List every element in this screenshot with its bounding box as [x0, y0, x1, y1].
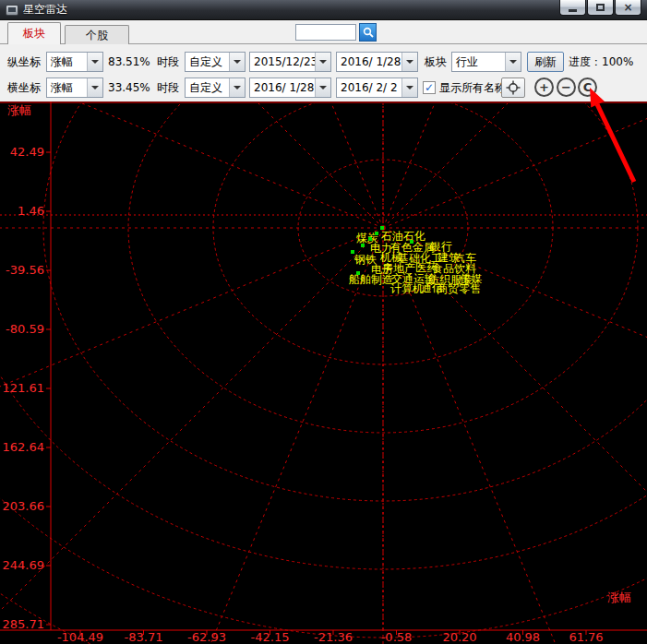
- zoom-in-button[interactable]: +: [534, 78, 554, 97]
- x-period-label: 时段: [157, 78, 179, 98]
- maximize-icon: [596, 4, 605, 11]
- y-tick-label: 162.64: [3, 440, 45, 454]
- plus-icon: +: [539, 81, 549, 93]
- y-tick-label: 244.69: [3, 558, 45, 572]
- dropdown-arrow-icon[interactable]: [401, 53, 417, 71]
- refresh-button[interactable]: 刷新: [527, 52, 564, 72]
- show-names-label: 显示所有名称: [439, 78, 506, 98]
- y-tick-label: -39.56: [6, 263, 44, 277]
- dropdown-arrow-icon[interactable]: [87, 53, 102, 71]
- web-spoke: [0, 228, 383, 644]
- close-icon: ×: [623, 2, 632, 13]
- y-axis-label: 纵坐标: [7, 52, 41, 72]
- dropdown-arrow-icon[interactable]: [315, 78, 330, 97]
- x-axis-label: 横坐标: [7, 78, 41, 98]
- web-spoke: [383, 101, 647, 228]
- y-date-start-value: 2015/12/23: [250, 53, 315, 71]
- web-spoke: [0, 101, 383, 228]
- dropdown-arrow-icon[interactable]: [505, 53, 521, 71]
- sector-select[interactable]: 行业: [451, 52, 521, 72]
- crosshair-target-icon: [506, 80, 521, 95]
- checkbox-check-icon: ✓: [425, 82, 434, 93]
- data-point: [375, 232, 378, 235]
- y-date-end-value: 2016/ 1/28: [337, 53, 401, 71]
- progress-label: 进度：100%: [569, 52, 633, 72]
- progress-value: 100%: [602, 55, 633, 68]
- y-date-end-picker[interactable]: 2016/ 1/28: [336, 52, 418, 72]
- tab-strip: 板块 个股: [0, 20, 647, 44]
- web-spoke: [383, 101, 647, 228]
- x-period-value: 自定义: [186, 78, 229, 97]
- tab-sector-label: 板块: [23, 26, 45, 42]
- y-tick-label: 1.46: [18, 204, 44, 218]
- zoom-out-button[interactable]: −: [557, 78, 576, 97]
- sector-name-label: 船舶制造: [348, 273, 393, 286]
- data-point: [351, 250, 354, 254]
- sector-label: 板块: [425, 52, 447, 72]
- y-tick-label: 121.61: [3, 381, 45, 395]
- y-tick-label: -80.59: [6, 322, 44, 336]
- title-bar[interactable]: 星空雷达 ×: [0, 0, 647, 20]
- x-date-start-value: 2016/ 1/28: [250, 78, 315, 97]
- radar-chart[interactable]: 42.491.46-39.56-80.59121.61162.64203.662…: [0, 101, 647, 644]
- dropdown-arrow-icon[interactable]: [87, 78, 102, 97]
- app-window: 星空雷达 × 板块 个股 纵坐标 涨幅 83.51% 时段: [0, 0, 647, 644]
- search-button[interactable]: [359, 23, 377, 42]
- sector-name-label: 商贸零售: [437, 282, 481, 295]
- dropdown-arrow-icon[interactable]: [315, 53, 330, 71]
- dropdown-arrow-icon[interactable]: [229, 78, 245, 97]
- tab-stock-label: 个股: [86, 28, 108, 43]
- data-point: [361, 244, 365, 247]
- search-input[interactable]: [295, 24, 356, 41]
- close-button[interactable]: ×: [615, 0, 641, 16]
- web-ring: [43, 101, 647, 501]
- web-ring: [0, 101, 647, 569]
- web-spoke: [0, 228, 383, 528]
- toolbar: 纵坐标 涨幅 83.51% 时段 自定义 2015/12/23 2016/ 1/…: [0, 44, 647, 101]
- web-ring: [0, 101, 647, 638]
- data-point: [410, 240, 413, 244]
- data-point: [356, 271, 360, 275]
- x-period-select[interactable]: 自定义: [185, 78, 246, 98]
- data-point: [380, 226, 384, 230]
- web-spoke: [383, 101, 647, 228]
- locate-button[interactable]: [501, 78, 525, 98]
- minimize-icon: [569, 9, 577, 12]
- y-tick-label: 42.49: [10, 145, 44, 159]
- y-date-start-picker[interactable]: 2015/12/23: [249, 52, 331, 72]
- y-tick-label: 203.66: [3, 499, 45, 513]
- tab-sector[interactable]: 板块: [7, 22, 61, 44]
- show-names-checkbox[interactable]: ✓: [423, 81, 436, 94]
- y-period-select[interactable]: 自定义: [185, 52, 246, 72]
- y-period-value: 自定义: [186, 53, 229, 71]
- progress-text: 进度：: [569, 55, 602, 68]
- x-date-end-value: 2016/ 2/ 2: [337, 78, 401, 97]
- y-metric-select[interactable]: 涨幅: [46, 52, 103, 72]
- y-percent-value: 83.51%: [108, 52, 150, 72]
- window-title: 星空雷达: [23, 2, 67, 18]
- y-axis-title: 涨幅: [7, 103, 31, 117]
- dropdown-arrow-icon[interactable]: [229, 53, 245, 71]
- radar-chart-area[interactable]: 42.491.46-39.56-80.59121.61162.64203.662…: [0, 101, 647, 644]
- x-date-end-picker[interactable]: 2016/ 2/ 2: [336, 78, 418, 98]
- x-percent-value: 33.45%: [108, 78, 150, 98]
- data-point: [368, 237, 372, 241]
- circle-c-icon: C: [583, 81, 593, 93]
- app-icon: [6, 5, 18, 16]
- x-axis-title: 涨幅: [607, 590, 631, 604]
- maximize-button[interactable]: [587, 0, 614, 16]
- search-icon: [363, 27, 374, 38]
- dropdown-arrow-icon[interactable]: [401, 78, 417, 97]
- y-metric-value: 涨幅: [47, 53, 87, 71]
- x-metric-select[interactable]: 涨幅: [46, 78, 103, 98]
- y-tick-label: 285.71: [3, 617, 45, 631]
- web-spoke: [0, 101, 383, 228]
- x-date-start-picker[interactable]: 2016/ 1/28: [249, 78, 331, 98]
- x-metric-value: 涨幅: [47, 78, 87, 97]
- sector-name-label: 计算机: [390, 282, 424, 295]
- y-period-label: 时段: [157, 52, 179, 72]
- sector-value: 行业: [452, 53, 505, 71]
- minimize-button[interactable]: [559, 0, 586, 16]
- reset-view-button[interactable]: C: [578, 78, 597, 97]
- tab-stock[interactable]: 个股: [65, 25, 129, 44]
